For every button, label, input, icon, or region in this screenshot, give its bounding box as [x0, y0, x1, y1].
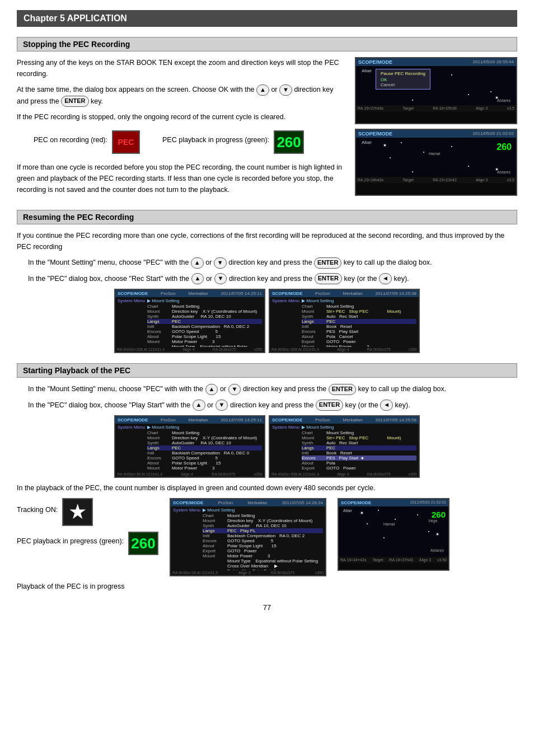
scope-header-2: SCOPE/MODE 2011/05/20 21:02:02: [356, 130, 516, 138]
scope-screenshot-3: SCOPE/MODE 2011/05/20 21:02:02 Altair Ve…: [338, 498, 449, 571]
stopping-text-content: Pressing any of the keys on the STAR BOO…: [17, 57, 344, 200]
stopping-para2: At the same time, the dialog box appears…: [17, 84, 344, 107]
starting-para2: In the "PEC" dialog box, choose "Play St…: [28, 400, 517, 411]
resuming-para1: If you continue the PEC recording more t…: [17, 230, 517, 252]
menu-screenshot-d: SCOPE/MODE ProSon Merkaitan 2011/07/05 1…: [269, 415, 420, 478]
resuming-header-text: Resuming the PEC Recording: [23, 213, 134, 222]
down-arrow-starting1: ▼: [228, 384, 241, 395]
enter-resuming2: ENTER: [315, 273, 342, 284]
down-arrow-resuming: ▼: [214, 257, 227, 269]
scope-footer-1: RA 19=27h43s Target RA 19=25h36 Align 3 …: [356, 105, 516, 111]
enter-starting2: ENTER: [316, 400, 343, 411]
enter-key-stopping: ENTER: [61, 96, 88, 107]
pec-green-indicator: PEC playback in progress (green): 260: [162, 130, 304, 154]
up-arrow-starting1: ▲: [205, 384, 218, 395]
stopping-para4: If more than one cycle is recorded befor…: [17, 162, 344, 195]
resuming-para3: In the "PEC" dialog box, choose "Rec Sta…: [28, 273, 517, 285]
enter-resuming1: ENTER: [314, 257, 341, 269]
scope-footer-2: RA 23=24h42s Target RA 23=21h42 Align 3 …: [356, 177, 516, 183]
tracking-icon: [62, 498, 93, 526]
starting-para3: In the playback of the PEC, the count nu…: [17, 482, 517, 494]
pec-indicators-row: PEC on recording (red): PEC PEC playback…: [34, 130, 344, 154]
left-arrow-starting: ◄: [380, 400, 393, 411]
pec-red-label: PEC on recording (red):: [34, 134, 107, 145]
left-arrow-resuming: ◄: [379, 273, 392, 284]
enter-starting1: ENTER: [329, 384, 356, 395]
resuming-para2: In the "Mount Setting" menu, choose "PEC…: [28, 257, 517, 269]
star-shape-icon: [69, 504, 86, 520]
menu-screenshot-c: SCOPE/MODE ProSon Merkaitan 2011/07/05 1…: [114, 415, 265, 478]
menu-screenshot-a: SCOPE/MODE ProSon Merkaitan 2011/07/05 1…: [114, 289, 265, 353]
section-stopping-header: Stopping the PEC Recording: [17, 37, 517, 51]
scope-screenshot-1: SCOPE/MODE 2011/05/20 26:55:44 Altair An…: [355, 57, 517, 124]
stopping-para1: Pressing any of the keys on the STAR BOO…: [17, 57, 344, 79]
resuming-screenshots: SCOPE/MODE ProSon Merkaitan 2011/07/05 1…: [17, 289, 517, 353]
down-arrow-starting2: ▼: [216, 400, 228, 411]
playback-row: Tracking ON: PEC playback in pregress (g…: [17, 498, 517, 576]
up-arrow-starting2: ▲: [193, 400, 205, 411]
starting-screenshots-row1: SCOPE/MODE ProSon Merkaitan 2011/07/05 1…: [17, 415, 517, 478]
pec-red-box: PEC: [112, 130, 140, 154]
pec-green-box-bottom: 260: [128, 532, 158, 555]
pec-green-label: PEC playback in progress (green):: [162, 134, 269, 145]
stopping-header-text: Stopping the PEC Recording: [23, 40, 130, 49]
pec-green-box: 260: [274, 130, 304, 154]
menu-screenshot-e: SCOPE/MODE ProSon Merkaitan 2011/07/05 1…: [170, 498, 326, 576]
scope-screenshot-2: SCOPE/MODE 2011/05/20 21:02:02 Altair Ha…: [355, 129, 517, 196]
down-arrow-key: ▼: [279, 84, 292, 96]
up-arrow-key: ▲: [256, 84, 269, 96]
pec-playback-label: PEC playback in pregress (green):: [17, 536, 124, 547]
tracking-on-label: Tracking ON:: [17, 504, 58, 515]
starting-header-text: Starting Playback of the PEC: [23, 366, 130, 375]
pec-red-indicator: PEC on recording (red): PEC: [34, 130, 140, 154]
chapter-header: Chapter 5 APPLICATION: [17, 10, 517, 27]
scope-header-1: SCOPE/MODE 2011/05/20 26:55:44: [356, 58, 516, 66]
starting-para1: In the "Mount Setting" menu, choose "PEC…: [28, 383, 517, 395]
stopping-screenshots: SCOPE/MODE 2011/05/20 26:55:44 Altair An…: [355, 57, 517, 200]
page-number: 77: [17, 603, 517, 612]
up-arrow-resuming2: ▲: [191, 273, 204, 284]
page-container: Chapter 5 APPLICATION Stopping the PEC R…: [0, 0, 534, 628]
menu-screenshot-b: SCOPE/MODE ProSon Merkaitan 2011/07/09 1…: [269, 289, 420, 353]
stopping-para3: If the PEC recording is stopped, only th…: [17, 111, 344, 123]
chapter-title: Chapter 5 APPLICATION: [24, 13, 127, 23]
section-starting-header: Starting Playback of the PEC: [17, 363, 517, 378]
down-arrow-resuming2: ▼: [214, 273, 227, 284]
playback-progress-text: Playback of the PEC is in progress: [17, 581, 517, 592]
section-resuming-header: Resuming the PEC Recording: [17, 210, 517, 224]
up-arrow-resuming: ▲: [191, 257, 204, 269]
